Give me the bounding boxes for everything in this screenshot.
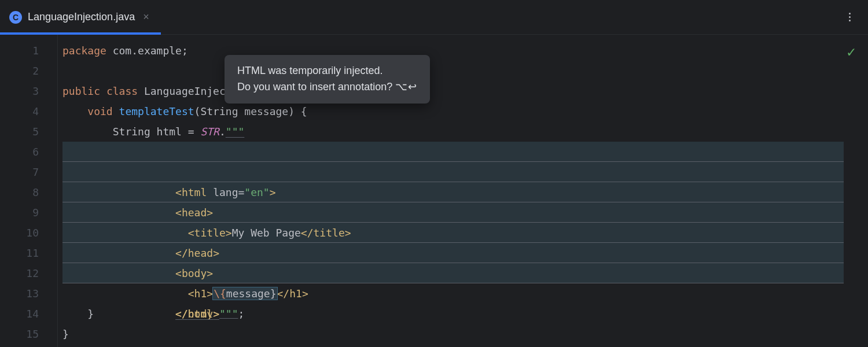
line-number[interactable]: 7 (0, 162, 39, 182)
line-number-gutter: 1 2 3 4 5 6 7 8 9 10 11 12 13 14 15 (0, 35, 58, 347)
code-line: void templateTest(String message) { (58, 101, 868, 121)
line-number[interactable]: 10 (0, 223, 39, 243)
line-number[interactable]: 14 (0, 304, 39, 324)
line-number[interactable]: 9 (0, 202, 39, 223)
code-area[interactable]: package com.example; public class Langua… (58, 35, 868, 347)
line-number[interactable]: 11 (0, 243, 39, 263)
line-number[interactable]: 1 (0, 40, 39, 61)
line-number[interactable]: 4 (0, 101, 39, 121)
tooltip-text-line: Do you want to insert annotation? ⌥↩ (237, 79, 417, 95)
keyboard-shortcut: ⌥↩ (395, 81, 417, 93)
close-tab-icon[interactable]: × (141, 10, 152, 24)
code-line: } (58, 324, 868, 344)
intention-tooltip[interactable]: HTML was temporarily injected. Do you wa… (225, 55, 430, 104)
tab-bar: C LanguageInjection.java × (0, 0, 868, 35)
inspection-status-icon[interactable]: ✓ (846, 45, 856, 60)
tab-bar-actions (844, 9, 868, 25)
line-number[interactable]: 12 (0, 263, 39, 283)
editor-tab[interactable]: C LanguageInjection.java × (0, 0, 161, 34)
code-line: public class LanguageInjection { (58, 81, 868, 101)
code-line: <head> (58, 162, 868, 182)
tooltip-text-line: HTML was temporarily injected. (237, 63, 417, 79)
line-number[interactable]: 5 (0, 121, 39, 142)
line-number[interactable]: 15 (0, 324, 39, 344)
code-line: package com.example; (58, 40, 868, 61)
code-line: String html = STR.""" (58, 121, 868, 142)
line-number[interactable]: 3 (0, 81, 39, 101)
line-number[interactable]: 8 (0, 182, 39, 202)
line-number[interactable]: 13 (0, 283, 39, 304)
code-line (58, 61, 868, 81)
tab-title: LanguageInjection.java (28, 11, 135, 23)
class-file-icon: C (9, 11, 22, 24)
line-number[interactable]: 6 (0, 142, 39, 162)
more-menu-icon[interactable] (844, 9, 855, 25)
line-number[interactable]: 2 (0, 61, 39, 81)
editor-area: 1 2 3 4 5 6 7 8 9 10 11 12 13 14 15 pack… (0, 35, 868, 347)
code-line: <html lang="en"> (58, 142, 868, 162)
